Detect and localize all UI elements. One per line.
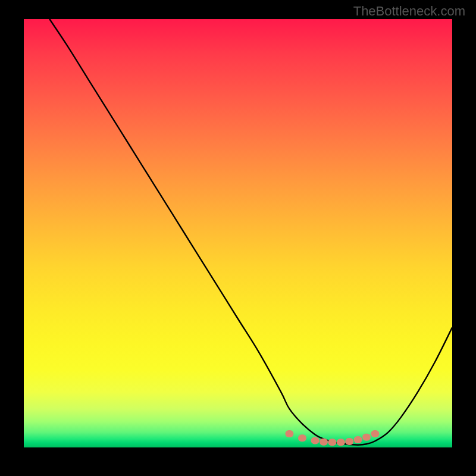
highlight-marker: [328, 439, 336, 446]
bottleneck-curve: [49, 19, 452, 445]
highlight-marker: [371, 430, 379, 437]
highlight-markers: [285, 430, 379, 446]
highlight-marker: [345, 438, 353, 445]
highlight-marker: [311, 437, 320, 444]
plot-area: [24, 19, 452, 447]
curve-layer: [24, 19, 452, 447]
highlight-marker: [320, 439, 328, 446]
watermark-text: TheBottleneck.com: [353, 4, 465, 19]
highlight-marker: [362, 434, 371, 441]
highlight-marker: [337, 439, 345, 446]
highlight-marker: [354, 436, 362, 443]
chart-container: TheBottleneck.com: [0, 0, 476, 476]
highlight-marker: [285, 430, 293, 437]
highlight-marker: [298, 434, 306, 441]
